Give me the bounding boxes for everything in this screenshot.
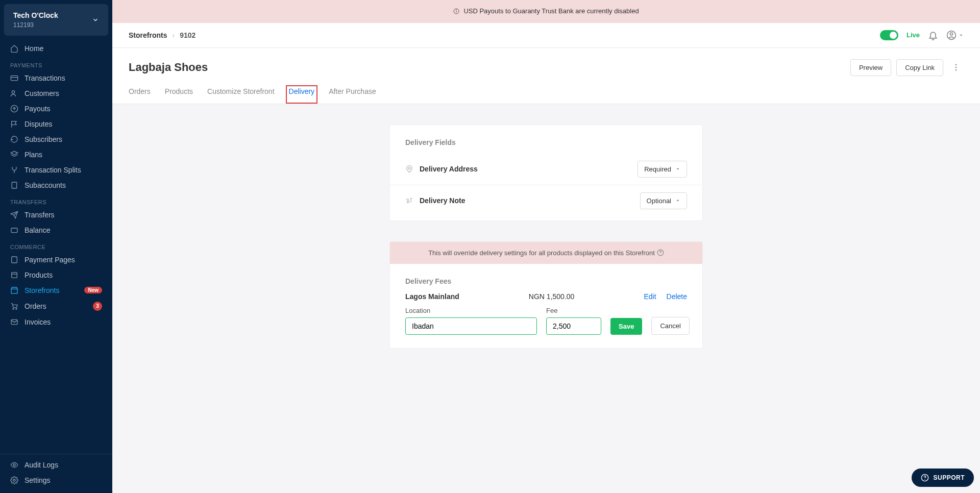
delete-link[interactable]: Delete [667, 292, 687, 301]
org-id: 112193 [13, 21, 58, 29]
sidebar-item-payouts[interactable]: Payouts [0, 101, 112, 116]
sidebar-item-invoices[interactable]: Invoices [0, 314, 112, 330]
page-title: Lagbaja Shoes [129, 61, 208, 74]
save-button[interactable]: Save [610, 318, 642, 335]
section-commerce: COMMERCE [0, 238, 112, 252]
copy-link-button[interactable]: Copy Link [896, 59, 943, 76]
svg-point-24 [408, 167, 410, 169]
svg-rect-9 [11, 289, 17, 293]
edit-link[interactable]: Edit [644, 292, 656, 301]
sidebar-item-home[interactable]: Home [0, 41, 112, 56]
chevron-right-icon: › [172, 31, 175, 39]
main: USD Payouts to Guaranty Trust Bank are c… [112, 0, 980, 493]
svg-marker-25 [677, 168, 679, 170]
sidebar-item-audit-logs[interactable]: Audit Logs [0, 457, 112, 473]
org-switcher[interactable]: Tech O'Clock 112193 [4, 4, 108, 36]
text-icon [405, 196, 413, 205]
svg-point-23 [955, 69, 957, 71]
eye-icon [10, 461, 18, 469]
svg-point-13 [13, 464, 15, 466]
svg-marker-20 [960, 34, 963, 36]
new-badge: New [84, 287, 102, 293]
sidebar-item-transfers[interactable]: Transfers [0, 207, 112, 223]
home-icon [10, 44, 18, 53]
sidebar-item-customers[interactable]: Customers [0, 86, 112, 101]
topbar: Storefronts › 9102 Live [112, 23, 980, 48]
stack-icon [10, 151, 18, 159]
split-icon [10, 166, 18, 174]
svg-rect-0 [11, 76, 17, 80]
tab-delivery[interactable]: Delivery [286, 85, 318, 104]
bell-icon[interactable] [928, 30, 938, 40]
location-label: Location [405, 307, 537, 314]
preview-button[interactable]: Preview [850, 59, 891, 76]
delivery-address-dropdown[interactable]: Required [638, 161, 687, 178]
svg-point-14 [13, 479, 15, 481]
sidebar-item-products[interactable]: Products [0, 267, 112, 283]
caret-down-icon [675, 166, 680, 171]
section-payments: PAYMENTS [0, 56, 112, 70]
chevron-down-icon [92, 16, 99, 23]
refresh-icon [10, 135, 18, 143]
caret-down-icon [675, 198, 680, 203]
breadcrumb-current: 9102 [180, 31, 195, 39]
location-input[interactable] [405, 317, 537, 335]
arrow-up-icon [10, 105, 18, 113]
delivery-fees-card: This will override delivery settings for… [389, 241, 703, 349]
card-title: Delivery Fields [390, 125, 702, 154]
sidebar-item-balance[interactable]: Balance [0, 223, 112, 238]
sidebar-item-storefronts[interactable]: StorefrontsNew [0, 283, 112, 298]
delivery-fields-card: Delivery Fields Delivery Address Require… [389, 125, 703, 221]
sidebar-item-transaction-splits[interactable]: Transaction Splits [0, 162, 112, 178]
cancel-button[interactable]: Cancel [651, 317, 689, 335]
live-label: Live [906, 31, 920, 39]
tab-orders[interactable]: Orders [129, 87, 151, 104]
delivery-note-dropdown[interactable]: Optional [640, 192, 687, 209]
sidebar-item-plans[interactable]: Plans [0, 147, 112, 162]
svg-marker-26 [677, 200, 679, 202]
card-icon [10, 74, 18, 82]
user-menu[interactable] [946, 30, 964, 40]
sidebar-item-disputes[interactable]: Disputes [0, 116, 112, 132]
wallet-icon [10, 226, 18, 234]
tab-products[interactable]: Products [165, 87, 193, 104]
storefront-icon [10, 286, 18, 294]
info-icon [453, 8, 459, 14]
org-name: Tech O'Clock [13, 11, 58, 20]
delivery-note-label: Delivery Note [420, 196, 465, 205]
section-transfers: TRANSFERS [0, 193, 112, 207]
card-title: Delivery Fees [390, 264, 702, 292]
svg-point-10 [13, 308, 14, 309]
sidebar-item-transactions[interactable]: Transactions [0, 70, 112, 86]
top-banner: USD Payouts to Guaranty Trust Bank are c… [112, 0, 980, 23]
fee-amount: NGN 1,500.00 [529, 292, 575, 301]
svg-point-28 [660, 254, 660, 254]
sidebar-item-subscribers[interactable]: Subscribers [0, 132, 112, 147]
fee-location-name: Lagos Mainland [405, 292, 459, 301]
page-icon [10, 256, 18, 264]
svg-rect-5 [12, 182, 16, 188]
more-icon[interactable] [948, 63, 964, 72]
sidebar: Tech O'Clock 112193 Home PAYMENTS Transa… [0, 0, 112, 493]
tab-customize-storefront[interactable]: Customize Storefront [207, 87, 275, 104]
svg-marker-4 [11, 151, 17, 155]
breadcrumb-root[interactable]: Storefronts [129, 31, 167, 39]
count-badge: 3 [93, 302, 102, 311]
sidebar-item-payment-pages[interactable]: Payment Pages [0, 252, 112, 267]
sidebar-item-orders[interactable]: Orders3 [0, 298, 112, 314]
svg-rect-6 [11, 228, 17, 233]
breadcrumb: Storefronts › 9102 [129, 31, 195, 39]
gear-icon [10, 476, 18, 484]
live-toggle[interactable] [880, 30, 898, 40]
flag-icon [10, 120, 18, 128]
pin-icon [405, 165, 413, 173]
svg-point-2 [12, 90, 14, 93]
mail-icon [10, 318, 18, 326]
send-icon [10, 211, 18, 219]
sidebar-item-settings[interactable]: Settings [0, 473, 112, 488]
tab-after-purchase[interactable]: After Purchase [329, 87, 376, 104]
sidebar-item-subaccounts[interactable]: Subaccounts [0, 178, 112, 193]
help-icon[interactable] [657, 249, 664, 256]
support-button[interactable]: SUPPORT [912, 469, 974, 487]
fee-input[interactable] [546, 317, 601, 335]
